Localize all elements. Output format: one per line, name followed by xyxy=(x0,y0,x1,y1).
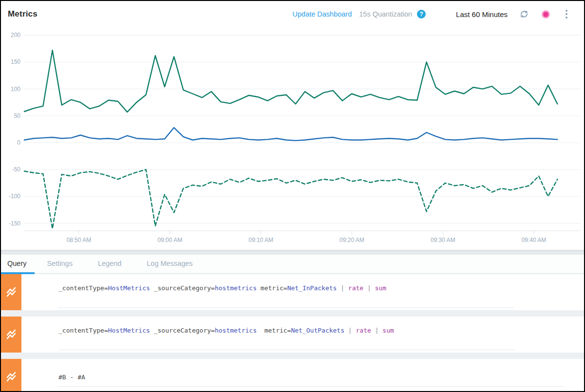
time-range-selector[interactable]: Last 60 Minutes xyxy=(456,10,508,19)
query-token-value: HostMetrics xyxy=(108,327,150,334)
metrics-zigzag-icon xyxy=(1,359,21,392)
kebab-dot xyxy=(566,13,567,15)
query-token-pipe: | xyxy=(344,327,356,334)
y-tick-label: -100 xyxy=(9,193,20,200)
panel-divider-band xyxy=(1,250,584,255)
help-icon[interactable]: ? xyxy=(417,10,426,19)
refresh-icon xyxy=(519,9,529,19)
query-token-plain: _sourceCategory= xyxy=(150,284,215,292)
x-tick-label: 09:30 AM xyxy=(431,237,455,243)
metrics-chart-svg: 200150100500-50-100-15008:50 AM09:00 AM0… xyxy=(1,27,584,250)
y-tick-label: -150 xyxy=(9,220,20,227)
metrics-panel: { "header": { "title": "Metrics", "updat… xyxy=(0,0,585,392)
query-input-underline xyxy=(58,350,514,350)
query-token-plain: _contentType= xyxy=(58,284,108,292)
metrics-chart: 200150100500-50-100-15008:50 AM09:00 AM0… xyxy=(1,27,584,250)
query-token-value: Net_OutPackets xyxy=(291,327,344,334)
y-tick-label: 200 xyxy=(11,32,20,38)
query-token-keyword: rate xyxy=(348,284,363,292)
row-gap xyxy=(1,310,584,317)
query-token-plain: #B - #A xyxy=(58,373,85,381)
query-token-keyword: sum xyxy=(382,327,394,334)
query-token-keyword: sum xyxy=(375,284,386,292)
live-indicator-dot xyxy=(543,12,548,17)
metrics-zigzag-icon xyxy=(1,274,21,310)
tab-legend[interactable]: Legend xyxy=(85,255,134,274)
query-row-a: _contentType=HostMetrics _sourceCategory… xyxy=(1,274,584,310)
query-input-underline xyxy=(58,386,565,387)
query-input-a[interactable]: _contentType=HostMetrics _sourceCategory… xyxy=(58,284,565,292)
tab-log-messages[interactable]: Log Messages xyxy=(134,255,205,274)
x-tick-label: 09:00 AM xyxy=(157,237,182,243)
header-actions: Update Dashboard 15s Quantization ? Last… xyxy=(293,9,569,19)
series-blue-solid xyxy=(24,128,557,141)
kebab-dot xyxy=(566,10,567,12)
query-token-pipe: | xyxy=(363,284,375,292)
kebab-menu-button[interactable] xyxy=(564,9,569,19)
query-token-plain: _contentType= xyxy=(58,327,108,334)
series-green-solid xyxy=(24,50,557,112)
tab-query[interactable]: Query xyxy=(1,255,35,274)
query-token-plain: metric= xyxy=(257,327,291,334)
row-gap xyxy=(1,353,584,359)
query-token-pipe: | xyxy=(337,284,348,292)
x-tick-label: 09:40 AM xyxy=(522,237,547,243)
x-tick-label: 09:10 AM xyxy=(248,237,273,243)
query-input-c[interactable]: #B - #A xyxy=(58,373,565,381)
query-token-value: Net_InPackets xyxy=(287,284,337,292)
query-input-b[interactable]: _contentType=HostMetrics _sourceCategory… xyxy=(58,327,565,334)
query-rows: _contentType=HostMetrics _sourceCategory… xyxy=(1,274,584,392)
query-input-underline xyxy=(58,307,514,308)
y-tick-label: -50 xyxy=(12,166,21,173)
quantization-label: 15s Quantization xyxy=(359,10,412,18)
y-tick-label: 50 xyxy=(14,112,21,119)
tab-settings[interactable]: Settings xyxy=(35,255,85,274)
y-tick-label: 100 xyxy=(11,86,20,93)
query-row-c: #B - #A xyxy=(1,359,584,392)
y-tick-label: 150 xyxy=(11,58,20,65)
y-tick-label: 0 xyxy=(17,139,20,146)
live-indicator[interactable] xyxy=(542,10,550,19)
query-token-plain: _sourceCategory= xyxy=(150,327,215,334)
query-token-keyword: rate xyxy=(356,327,371,334)
kebab-dot xyxy=(566,17,567,19)
series-green-dashed xyxy=(24,169,557,228)
x-tick-label: 09:20 AM xyxy=(340,237,364,243)
query-token-value: hostmetrics xyxy=(215,284,257,292)
update-dashboard-link[interactable]: Update Dashboard xyxy=(293,10,352,18)
x-tick-label: 08:50 AM xyxy=(67,237,92,243)
query-row-b: _contentType=HostMetrics _sourceCategory… xyxy=(1,317,584,353)
tab-bar: Query Settings Legend Log Messages xyxy=(1,255,584,274)
query-token-plain: metric= xyxy=(257,284,287,292)
query-token-value: HostMetrics xyxy=(108,284,150,292)
refresh-button[interactable] xyxy=(519,9,529,19)
panel-header: Metrics Update Dashboard 15s Quantizatio… xyxy=(1,1,584,27)
query-token-value: hostmetrics xyxy=(215,327,257,334)
query-token-pipe: | xyxy=(371,327,382,334)
page-title: Metrics xyxy=(8,9,38,19)
metrics-zigzag-icon xyxy=(1,317,21,353)
